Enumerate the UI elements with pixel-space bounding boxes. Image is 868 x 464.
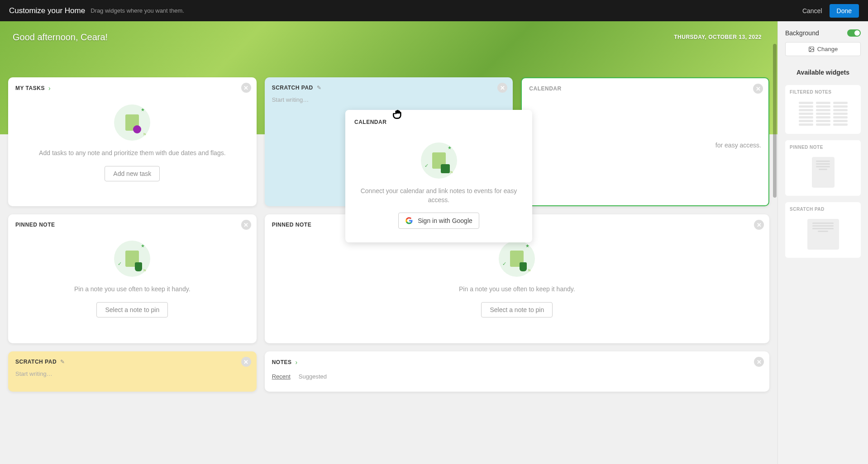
preview-icon [790, 215, 856, 253]
available-widget-filtered-notes[interactable]: FILTERED NOTES [785, 85, 861, 134]
calendar-title: CALENDAR [354, 119, 386, 125]
background-toggle[interactable] [847, 29, 861, 37]
change-label: Change [817, 46, 838, 52]
pencil-icon[interactable]: ✎ [60, 359, 65, 365]
remove-widget-button[interactable]: ✕ [241, 220, 251, 230]
widget-header: SCRATCH PAD ✎ [272, 85, 506, 91]
close-icon: ✕ [243, 222, 248, 228]
remove-widget-button[interactable]: ✕ [241, 83, 251, 93]
scratch-pad-placeholder[interactable]: Start writing… [15, 369, 249, 379]
sign-in-google-button[interactable]: Sign in with Google [398, 213, 479, 229]
calendar-illustration: ★✓⚑ [421, 142, 457, 179]
widget-body: ★✓⚑ Connect your calendar and link notes… [354, 129, 523, 233]
widget-body: ★⚑ Add tasks to any note and prioritize … [15, 95, 249, 186]
widget-header: MY TASKS › [15, 85, 249, 92]
notes-widget[interactable]: NOTES › ✕ Recent Suggested [265, 351, 769, 392]
close-icon: ✕ [243, 359, 248, 365]
avail-label: SCRATCH PAD [790, 207, 856, 212]
calendar-desc: Connect your calendar and link notes to … [359, 187, 519, 204]
svg-point-1 [810, 48, 811, 49]
available-widget-pinned-note[interactable]: PINNED NOTE [785, 140, 861, 196]
topbar-right: Cancel Done [802, 4, 859, 18]
preview-icon [790, 98, 856, 129]
pinned-desc: Pin a note you use often to keep it hand… [74, 285, 191, 294]
pinned-note-title: PINNED NOTE [15, 222, 55, 228]
select-note-button[interactable]: Select a note to pin [481, 302, 553, 317]
available-widget-scratch-pad[interactable]: SCRATCH PAD [785, 202, 861, 258]
my-tasks-widget[interactable]: MY TASKS › ✕ ★⚑ Add tasks to any note an… [8, 77, 257, 206]
close-icon: ✕ [756, 85, 761, 92]
topbar-left: Customize your Home Drag widgets where y… [9, 6, 184, 15]
background-label: Background [785, 29, 819, 37]
remove-widget-button[interactable]: ✕ [754, 357, 764, 367]
my-tasks-title: MY TASKS [15, 85, 45, 91]
pinned-illustration: ★✓⚑ [114, 241, 150, 277]
chevron-right-icon[interactable]: › [48, 85, 51, 92]
calendar-widget-dragging[interactable]: CALENDAR ★✓⚑ Connect your calendar and l… [345, 110, 532, 242]
pinned-illustration: ★✓⚑ [499, 241, 535, 277]
scratch-pad-widget-2[interactable]: SCRATCH PAD ✎ ✕ Start writing… [8, 351, 257, 392]
chevron-right-icon[interactable]: › [296, 359, 298, 366]
close-icon: ✕ [500, 85, 505, 91]
tasks-illustration: ★⚑ [114, 104, 150, 141]
done-button[interactable]: Done [830, 4, 859, 18]
cancel-button[interactable]: Cancel [802, 7, 822, 14]
widget-header: NOTES › [272, 359, 762, 366]
tab-recent[interactable]: Recent [272, 373, 291, 380]
scratch-pad-title: SCRATCH PAD [272, 85, 313, 91]
remove-widget-button[interactable]: ✕ [497, 83, 507, 93]
widget-header: CALENDAR [354, 119, 523, 125]
widget-header: PINNED NOTE [15, 222, 249, 228]
scratch-pad-placeholder[interactable]: Start writing… [272, 95, 506, 105]
close-icon: ✕ [243, 85, 248, 91]
available-widgets-title: Available widgets [785, 69, 861, 76]
remove-widget-button[interactable]: ✕ [753, 84, 763, 94]
tab-suggested[interactable]: Suggested [299, 373, 327, 380]
preview-icon [790, 153, 856, 191]
close-icon: ✕ [757, 359, 762, 365]
change-background-button[interactable]: Change [785, 42, 861, 56]
scratch-pad-title: SCRATCH PAD [15, 359, 57, 365]
close-icon: ✕ [757, 222, 762, 228]
google-button-label: Sign in with Google [418, 217, 472, 224]
widget-header: SCRATCH PAD ✎ [15, 359, 249, 365]
pinned-note-widget[interactable]: PINNED NOTE ✕ ★✓⚑ Pin a note you use oft… [8, 214, 257, 343]
customize-title: Customize your Home [9, 6, 85, 15]
grab-cursor-icon [391, 106, 405, 124]
side-panel: Background Change Available widgets FILT… [777, 21, 868, 464]
avail-label: FILTERED NOTES [790, 90, 856, 95]
notes-tabs: Recent Suggested [272, 369, 762, 384]
add-new-task-button[interactable]: Add new task [105, 166, 160, 181]
widget-body: ★✓⚑ Pin a note you use often to keep it … [272, 232, 762, 322]
topbar: Customize your Home Drag widgets where y… [0, 0, 868, 21]
calendar-widget-placeholder[interactable]: CALENDAR ✕ for easy access. [521, 77, 769, 206]
pinned-note-title: PINNED NOTE [272, 222, 312, 228]
calendar-title: CALENDAR [529, 85, 561, 92]
calendar-desc-tail: for easy access. [715, 142, 761, 149]
main-wrap: Good afternoon, Ceara! THURSDAY, OCTOBER… [0, 21, 868, 464]
remove-widget-button[interactable]: ✕ [241, 357, 251, 367]
image-icon [808, 46, 815, 52]
my-tasks-desc: Add tasks to any note and prioritize the… [39, 149, 225, 158]
avail-label: PINNED NOTE [790, 145, 856, 150]
widget-header: CALENDAR [529, 85, 761, 92]
pinned-desc: Pin a note you use often to keep it hand… [459, 285, 575, 294]
notes-title: NOTES [272, 359, 292, 365]
google-icon [405, 217, 413, 225]
remove-widget-button[interactable]: ✕ [754, 220, 764, 230]
widget-body: ★✓⚑ Pin a note you use often to keep it … [15, 232, 249, 322]
customize-subtitle: Drag widgets where you want them. [91, 7, 184, 14]
select-note-button[interactable]: Select a note to pin [96, 302, 168, 317]
content-area: Good afternoon, Ceara! THURSDAY, OCTOBER… [0, 21, 777, 464]
pencil-icon[interactable]: ✎ [317, 85, 321, 91]
background-section: Background [785, 29, 861, 37]
